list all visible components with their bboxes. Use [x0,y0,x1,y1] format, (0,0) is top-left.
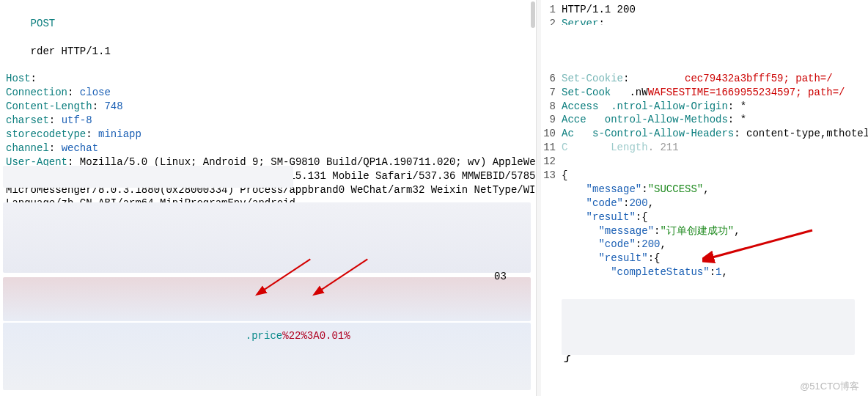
redaction-block [3,277,531,321]
hdr-host: Host [6,73,31,84]
resp-hdr-clen: C Length [562,142,648,153]
hdr-charset: charset [6,114,49,126]
line-number: 10 [542,127,562,141]
json-completeStatus: 1 [716,266,721,278]
json-inner-message: "订单创建成功" [660,225,734,237]
line-number: 8 [542,100,562,114]
resp-hdr-acah: Ac s-Control-Allow-Headers [562,128,734,139]
line-number: 7 [542,86,562,100]
json-code: 200 [629,197,647,209]
json-result-key: "result" [586,211,636,223]
scrollbar-thumb[interactable] [531,1,535,28]
resp-hdr-acam: Acce ontrol-Allow-Methods [562,114,728,125]
line-number: 13 [542,169,562,183]
resp-hdr-setcook: Set-Cook [562,87,611,98]
hdr-channel: channel [6,142,49,154]
line-number: 12 [542,155,562,169]
req-path-suffix: rder HTTP/1.1 [31,45,111,57]
hdr-connection: Connection [6,87,67,98]
redaction-block [562,299,855,355]
resp-hdr-acao: Access .ntrol-Allow-Origin [562,100,728,112]
line-number: 9 [542,113,562,127]
hdr-contentlength: Content-Length [6,100,92,112]
json-inner-code: 200 [641,238,660,250]
body-price-fragment: .price%22%3A0.01% [233,315,350,343]
body-num-fragment: 03 [494,270,507,284]
line-number: 1 [542,3,562,17]
json-open-brace: { [562,169,567,181]
redaction-block [3,166,293,188]
line-number: 6 [542,72,562,86]
json-message: "SUCCESS" [648,183,704,195]
watermark: @51CTO博客 [800,380,859,393]
resp-hdr-setcookie: Set-Cookie [562,73,623,84]
redaction-block [544,25,852,70]
http-method: POST [31,18,56,29]
resp-status: HTTP/1.1 200 [562,4,636,15]
line-number: 11 [542,141,562,155]
redaction-block [3,202,531,273]
hdr-storecodetype: storecodetype [6,128,86,140]
request-line: POST rder HTTP/1.1 [6,3,530,72]
